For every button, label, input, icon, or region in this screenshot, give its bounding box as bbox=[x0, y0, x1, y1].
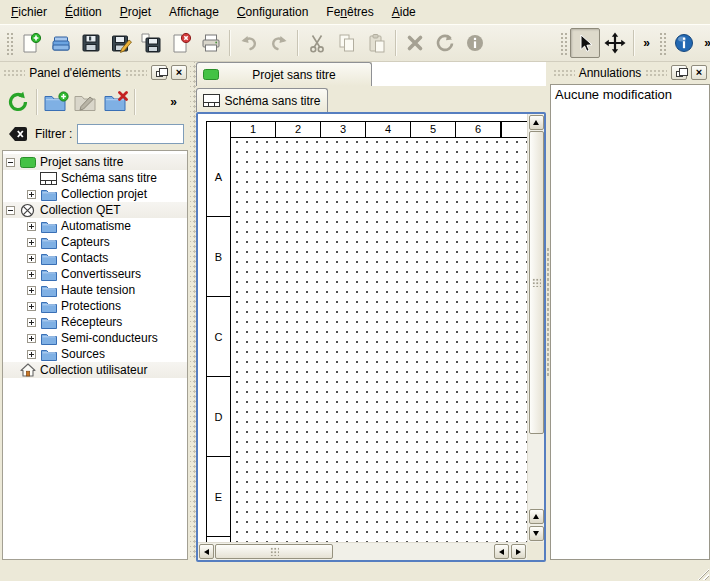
info-toolbar-handle[interactable] bbox=[658, 31, 666, 55]
element-information-button[interactable] bbox=[460, 28, 490, 58]
scroll-left-button-2[interactable] bbox=[494, 544, 509, 559]
tree-item-contacts[interactable]: Contacts bbox=[3, 250, 187, 266]
diagram-canvas[interactable]: 123456 ABCDE bbox=[198, 114, 527, 542]
tree-item-label: Contacts bbox=[61, 251, 108, 265]
column-header-2: 2 bbox=[276, 121, 321, 138]
tree-item-label: Schéma sans titre bbox=[61, 171, 157, 185]
tree-item-haute-tension[interactable]: Haute tension bbox=[3, 282, 187, 298]
expand-icon[interactable] bbox=[27, 270, 36, 279]
collapse-icon[interactable] bbox=[6, 158, 15, 167]
toolbar-separator bbox=[134, 89, 136, 115]
tree-item-collection-qet[interactable]: Collection QET bbox=[3, 202, 187, 218]
tools-toolbar-handle[interactable] bbox=[559, 31, 567, 55]
menu-edition[interactable]: Édition bbox=[56, 2, 111, 22]
undo-button[interactable] bbox=[234, 28, 264, 58]
rotate-selection-button[interactable] bbox=[430, 28, 460, 58]
expand-icon[interactable] bbox=[27, 334, 36, 343]
expand-icon[interactable] bbox=[27, 318, 36, 327]
expand-icon[interactable] bbox=[27, 254, 36, 263]
diagram-information-button[interactable] bbox=[669, 28, 699, 58]
expand-icon[interactable] bbox=[27, 286, 36, 295]
tree-item-label: Collection utilisateur bbox=[40, 363, 147, 377]
paste-button[interactable] bbox=[362, 28, 392, 58]
expand-icon[interactable] bbox=[27, 238, 36, 247]
expand-icon[interactable] bbox=[27, 190, 36, 199]
close-file-button[interactable] bbox=[166, 28, 196, 58]
folder-icon bbox=[40, 300, 57, 313]
column-header-4: 4 bbox=[366, 121, 411, 138]
tree-item-schema-sans-titre[interactable]: Schéma sans titre bbox=[3, 170, 187, 186]
scroll-up-button[interactable] bbox=[529, 115, 544, 130]
float-panel-button[interactable] bbox=[151, 65, 167, 80]
vertical-scrollbar[interactable] bbox=[527, 114, 544, 542]
menu-projet[interactable]: Projet bbox=[111, 2, 160, 22]
tree-item-collection-projet[interactable]: Collection projet bbox=[3, 186, 187, 202]
undo-panel-titlebar[interactable]: Annulations × bbox=[550, 62, 710, 83]
menu-configuration[interactable]: Configuration bbox=[228, 2, 317, 22]
copy-button[interactable] bbox=[332, 28, 362, 58]
horizontal-scrollbar[interactable] bbox=[198, 542, 527, 560]
expand-icon[interactable] bbox=[27, 350, 36, 359]
collections-overflow-button[interactable]: » bbox=[165, 89, 182, 115]
toolbar-separator bbox=[297, 30, 299, 56]
menu-aide[interactable]: Aide bbox=[383, 2, 425, 22]
tree-item-capteurs[interactable]: Capteurs bbox=[3, 234, 187, 250]
scroll-right-button[interactable] bbox=[511, 544, 526, 559]
dock-handle-texture bbox=[553, 69, 575, 77]
tab-project[interactable]: Projet sans titre bbox=[196, 62, 372, 86]
selection-mode-button[interactable] bbox=[570, 28, 600, 58]
save-button[interactable] bbox=[76, 28, 106, 58]
info-toolbar-overflow-button[interactable]: » bbox=[699, 30, 710, 56]
undo-list-item[interactable]: Aucune modification bbox=[551, 86, 709, 103]
close-panel-button[interactable]: × bbox=[691, 65, 707, 80]
tree-item-collection-utilisateur[interactable]: Collection utilisateur bbox=[3, 362, 187, 378]
menu-affichage[interactable]: Affichage bbox=[160, 2, 228, 22]
expand-icon[interactable] bbox=[27, 302, 36, 311]
folder-icon bbox=[40, 332, 57, 345]
menu-fenetres[interactable]: Fenêtres bbox=[317, 2, 382, 22]
menu-fichier[interactable]: Fichier bbox=[2, 2, 56, 22]
close-panel-button[interactable]: × bbox=[171, 65, 187, 80]
edit-category-button[interactable] bbox=[71, 87, 101, 117]
collapse-icon[interactable] bbox=[6, 206, 15, 215]
vertical-scrollbar-thumb[interactable] bbox=[529, 131, 544, 434]
float-panel-button[interactable] bbox=[671, 65, 687, 80]
element-information-icon bbox=[464, 32, 486, 54]
cut-button[interactable] bbox=[302, 28, 332, 58]
tab-schema[interactable]: Schéma sans titre bbox=[196, 88, 328, 112]
new-document-button[interactable] bbox=[16, 28, 46, 58]
elements-panel-titlebar[interactable]: Panel d'éléments × bbox=[0, 62, 190, 83]
paste-icon bbox=[366, 32, 388, 54]
delete-selection-button[interactable] bbox=[400, 28, 430, 58]
scroll-left-button[interactable] bbox=[199, 544, 214, 559]
filter-input[interactable] bbox=[77, 124, 184, 144]
clear-filter-button[interactable] bbox=[6, 123, 30, 145]
tree-item-sources[interactable]: Sources bbox=[3, 346, 187, 362]
tree-item-projet-sans-titre[interactable]: Projet sans titre bbox=[3, 154, 187, 170]
toolbar-separator bbox=[36, 89, 38, 115]
toolbar-handle[interactable] bbox=[5, 31, 13, 55]
resize-grip-icon[interactable] bbox=[696, 567, 709, 580]
print-button[interactable] bbox=[196, 28, 226, 58]
open-document-button[interactable] bbox=[46, 28, 76, 58]
new-category-button[interactable] bbox=[41, 87, 71, 117]
tree-item-convertisseurs[interactable]: Convertisseurs bbox=[3, 266, 187, 282]
scroll-down-button[interactable] bbox=[529, 526, 544, 541]
collections-toolbar: » bbox=[0, 83, 190, 120]
save-icon bbox=[80, 32, 102, 54]
scroll-up-button-2[interactable] bbox=[529, 509, 544, 524]
tree-item-semi-conducteurs[interactable]: Semi-conducteurs bbox=[3, 330, 187, 346]
home-icon bbox=[19, 363, 36, 377]
redo-button[interactable] bbox=[264, 28, 294, 58]
delete-category-button[interactable] bbox=[101, 87, 131, 117]
tree-item-recepteurs[interactable]: Récepteurs bbox=[3, 314, 187, 330]
save-as-button[interactable] bbox=[106, 28, 136, 58]
toolbar-overflow-button[interactable]: » bbox=[638, 30, 655, 56]
tree-item-protections[interactable]: Protections bbox=[3, 298, 187, 314]
save-all-button[interactable] bbox=[136, 28, 166, 58]
reload-collections-button[interactable] bbox=[3, 87, 33, 117]
pan-mode-button[interactable] bbox=[600, 28, 630, 58]
expand-icon[interactable] bbox=[27, 222, 36, 231]
horizontal-scrollbar-thumb[interactable] bbox=[215, 544, 333, 559]
tree-item-automatisme[interactable]: Automatisme bbox=[3, 218, 187, 234]
